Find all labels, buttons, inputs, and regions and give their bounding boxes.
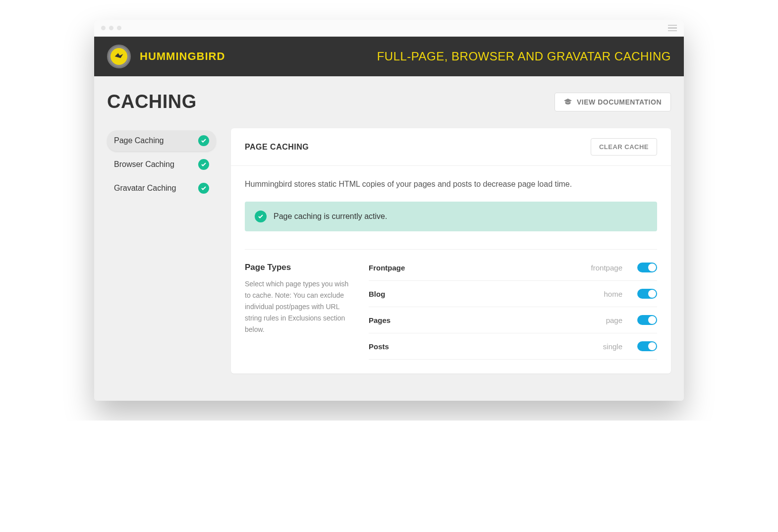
sidebar-item-gravatar-caching[interactable]: Gravatar Caching [107, 178, 216, 199]
page-types-section: Page Types Select which page types you w… [245, 249, 657, 360]
graduation-cap-icon [564, 98, 572, 106]
row-id: single [603, 342, 622, 351]
check-icon [198, 183, 209, 194]
app-header: HUMMINGBIRD FULL-PAGE, BROWSER AND GRAVA… [94, 37, 684, 76]
toggle-blog[interactable] [637, 289, 657, 299]
check-icon [198, 159, 209, 170]
row-label: Blog [369, 290, 604, 298]
row-label: Pages [369, 316, 606, 324]
row-id: page [606, 316, 622, 324]
toggle-frontpage[interactable] [637, 263, 657, 272]
page-type-row: Blog home [369, 281, 657, 307]
window-dot[interactable] [101, 26, 106, 30]
check-icon [255, 211, 267, 222]
clear-cache-button[interactable]: CLEAR CACHE [591, 138, 657, 156]
sidebar-item-label: Browser Caching [114, 160, 174, 169]
status-notice: Page caching is currently active. [245, 202, 657, 231]
brand-name: HUMMINGBIRD [140, 50, 225, 63]
brand: HUMMINGBIRD [107, 45, 225, 68]
page-type-row: Posts single [369, 333, 657, 360]
toggle-pages[interactable] [637, 315, 657, 325]
content-area: CACHING VIEW DOCUMENTATION Page Caching … [94, 76, 684, 401]
page-type-row: Pages page [369, 307, 657, 333]
section-sidebar: Page Types Select which page types you w… [245, 263, 354, 360]
row-id: home [604, 290, 622, 298]
section-title: Page Types [245, 263, 354, 272]
window-controls [101, 26, 121, 30]
sidebar-item-label: Page Caching [114, 136, 164, 145]
page-title: CACHING [107, 91, 197, 112]
sidebar: Page Caching Browser Caching Gravatar Ca… [107, 128, 216, 373]
browser-chrome [94, 20, 684, 37]
doc-button-label: VIEW DOCUMENTATION [577, 98, 662, 106]
menu-icon[interactable] [668, 25, 677, 32]
panel-description: Hummingbird stores static HTML copies of… [245, 180, 657, 189]
sidebar-item-page-caching[interactable]: Page Caching [107, 130, 216, 151]
row-label: Frontpage [369, 264, 591, 272]
browser-frame: HUMMINGBIRD FULL-PAGE, BROWSER AND GRAVA… [94, 20, 684, 401]
panel-header: PAGE CACHING CLEAR CACHE [231, 128, 671, 166]
check-icon [198, 135, 209, 146]
toggle-posts[interactable] [637, 341, 657, 351]
page-type-row: Frontpage frontpage [369, 263, 657, 281]
panel-title: PAGE CACHING [245, 143, 309, 152]
clear-button-label: CLEAR CACHE [599, 143, 649, 151]
sidebar-item-browser-caching[interactable]: Browser Caching [107, 154, 216, 175]
page-types-list: Frontpage frontpage Blog home Pages [369, 263, 657, 360]
section-description: Select which page types you wish to cach… [245, 278, 354, 335]
content-header: CACHING VIEW DOCUMENTATION [107, 91, 671, 112]
row-id: frontpage [591, 264, 622, 272]
main-panel: PAGE CACHING CLEAR CACHE Hummingbird sto… [231, 128, 671, 373]
window-dot[interactable] [109, 26, 113, 30]
view-documentation-button[interactable]: VIEW DOCUMENTATION [555, 93, 671, 111]
layout: Page Caching Browser Caching Gravatar Ca… [107, 128, 671, 373]
window-dot[interactable] [117, 26, 121, 30]
hummingbird-logo-icon [107, 45, 131, 68]
header-tagline: FULL-PAGE, BROWSER AND GRAVATAR CACHING [377, 50, 671, 63]
sidebar-item-label: Gravatar Caching [114, 184, 176, 193]
panel-body: Hummingbird stores static HTML copies of… [231, 166, 671, 373]
row-label: Posts [369, 342, 603, 351]
notice-text: Page caching is currently active. [274, 212, 387, 221]
